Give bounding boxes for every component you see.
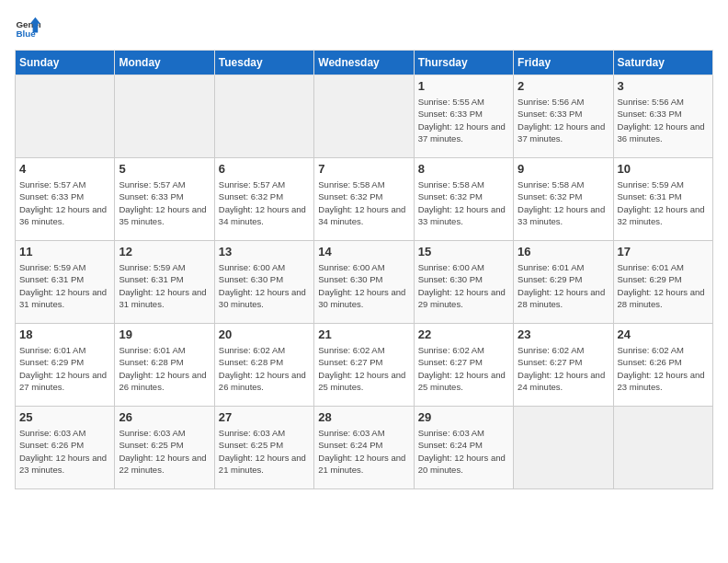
calendar-day-cell: 20 Sunrise: 6:02 AM Sunset: 6:28 PM Dayl… [214,324,313,407]
calendar-day-cell: 15 Sunrise: 6:00 AM Sunset: 6:30 PM Dayl… [414,241,513,324]
calendar-day-cell [115,75,214,158]
day-number: 16 [518,245,609,259]
day-number: 5 [119,162,210,176]
calendar-day-cell: 11 Sunrise: 5:59 AM Sunset: 6:31 PM Dayl… [16,241,115,324]
weekday-header: Sunday [16,51,115,75]
day-info: Sunrise: 5:58 AM Sunset: 6:32 PM Dayligh… [418,178,509,227]
calendar-day-cell: 16 Sunrise: 6:01 AM Sunset: 6:29 PM Dayl… [514,241,613,324]
calendar-day-cell: 27 Sunrise: 6:03 AM Sunset: 6:25 PM Dayl… [214,407,313,489]
calendar-day-cell [214,75,313,158]
day-number: 12 [119,245,210,259]
day-info: Sunrise: 6:03 AM Sunset: 6:26 PM Dayligh… [19,427,110,476]
day-number: 9 [518,162,609,176]
page-header: General Blue [15,15,713,40]
day-info: Sunrise: 6:01 AM Sunset: 6:29 PM Dayligh… [19,344,110,393]
calendar-day-cell: 29 Sunrise: 6:03 AM Sunset: 6:24 PM Dayl… [414,407,513,489]
day-number: 21 [318,327,409,341]
day-number: 27 [219,410,310,424]
day-info: Sunrise: 6:03 AM Sunset: 6:25 PM Dayligh… [219,427,310,476]
day-info: Sunrise: 6:01 AM Sunset: 6:29 PM Dayligh… [518,261,609,310]
day-info: Sunrise: 6:01 AM Sunset: 6:28 PM Dayligh… [119,344,210,393]
day-info: Sunrise: 5:59 AM Sunset: 6:31 PM Dayligh… [19,261,110,310]
day-number: 11 [19,245,110,259]
calendar-day-cell: 17 Sunrise: 6:01 AM Sunset: 6:29 PM Dayl… [613,241,712,324]
calendar-day-cell [514,407,613,489]
day-info: Sunrise: 6:00 AM Sunset: 6:30 PM Dayligh… [318,261,409,310]
weekday-header: Friday [514,51,613,75]
day-number: 26 [119,410,210,424]
day-info: Sunrise: 6:02 AM Sunset: 6:26 PM Dayligh… [618,344,709,393]
calendar-day-cell: 1 Sunrise: 5:55 AM Sunset: 6:33 PM Dayli… [414,75,513,158]
calendar-day-cell: 2 Sunrise: 5:56 AM Sunset: 6:33 PM Dayli… [514,75,613,158]
calendar-day-cell: 25 Sunrise: 6:03 AM Sunset: 6:26 PM Dayl… [16,407,115,489]
day-number: 13 [219,245,310,259]
day-number: 4 [19,162,110,176]
day-info: Sunrise: 6:03 AM Sunset: 6:24 PM Dayligh… [318,427,409,476]
weekday-header: Saturday [613,51,712,75]
day-number: 20 [219,327,310,341]
day-info: Sunrise: 6:01 AM Sunset: 6:29 PM Dayligh… [618,261,709,310]
day-info: Sunrise: 5:58 AM Sunset: 6:32 PM Dayligh… [318,178,409,227]
day-info: Sunrise: 6:02 AM Sunset: 6:28 PM Dayligh… [219,344,310,393]
calendar-day-cell: 4 Sunrise: 5:57 AM Sunset: 6:33 PM Dayli… [16,158,115,241]
calendar-day-cell: 24 Sunrise: 6:02 AM Sunset: 6:26 PM Dayl… [613,324,712,407]
day-info: Sunrise: 5:56 AM Sunset: 6:33 PM Dayligh… [518,96,609,144]
day-info: Sunrise: 6:00 AM Sunset: 6:30 PM Dayligh… [418,261,509,310]
logo: General Blue [15,15,40,40]
weekday-header: Monday [115,51,214,75]
calendar-day-cell: 5 Sunrise: 5:57 AM Sunset: 6:33 PM Dayli… [115,158,214,241]
day-info: Sunrise: 6:02 AM Sunset: 6:27 PM Dayligh… [418,344,509,393]
calendar-table: SundayMondayTuesdayWednesdayThursdayFrid… [15,50,713,489]
calendar-day-cell: 22 Sunrise: 6:02 AM Sunset: 6:27 PM Dayl… [414,324,513,407]
day-info: Sunrise: 6:02 AM Sunset: 6:27 PM Dayligh… [318,344,409,393]
day-info: Sunrise: 6:02 AM Sunset: 6:27 PM Dayligh… [518,344,609,393]
day-number: 2 [518,79,609,93]
calendar-day-cell [16,75,115,158]
calendar-week-row: 1 Sunrise: 5:55 AM Sunset: 6:33 PM Dayli… [16,75,713,158]
calendar-day-cell: 6 Sunrise: 5:57 AM Sunset: 6:32 PM Dayli… [214,158,313,241]
day-info: Sunrise: 6:03 AM Sunset: 6:24 PM Dayligh… [418,427,509,476]
day-info: Sunrise: 5:57 AM Sunset: 6:33 PM Dayligh… [119,178,210,227]
calendar-day-cell: 13 Sunrise: 6:00 AM Sunset: 6:30 PM Dayl… [214,241,313,324]
calendar-day-cell: 19 Sunrise: 6:01 AM Sunset: 6:28 PM Dayl… [115,324,214,407]
day-number: 17 [618,245,709,259]
calendar-day-cell: 9 Sunrise: 5:58 AM Sunset: 6:32 PM Dayli… [514,158,613,241]
day-number: 19 [119,327,210,341]
day-number: 10 [618,162,709,176]
day-info: Sunrise: 5:55 AM Sunset: 6:33 PM Dayligh… [418,96,509,144]
weekday-header: Wednesday [314,51,414,75]
calendar-day-cell: 14 Sunrise: 6:00 AM Sunset: 6:30 PM Dayl… [314,241,414,324]
day-number: 8 [418,162,509,176]
day-number: 24 [618,327,709,341]
weekday-header-row: SundayMondayTuesdayWednesdayThursdayFrid… [16,51,713,75]
day-number: 18 [19,327,110,341]
day-info: Sunrise: 5:57 AM Sunset: 6:32 PM Dayligh… [219,178,310,227]
calendar-day-cell: 23 Sunrise: 6:02 AM Sunset: 6:27 PM Dayl… [514,324,613,407]
calendar-day-cell: 28 Sunrise: 6:03 AM Sunset: 6:24 PM Dayl… [314,407,414,489]
weekday-header: Tuesday [214,51,313,75]
day-number: 28 [318,410,409,424]
day-number: 14 [318,245,409,259]
calendar-day-cell: 21 Sunrise: 6:02 AM Sunset: 6:27 PM Dayl… [314,324,414,407]
calendar-day-cell: 26 Sunrise: 6:03 AM Sunset: 6:25 PM Dayl… [115,407,214,489]
logo-icon: General Blue [15,15,40,40]
day-number: 3 [618,79,709,93]
calendar-week-row: 4 Sunrise: 5:57 AM Sunset: 6:33 PM Dayli… [16,158,713,241]
day-info: Sunrise: 5:59 AM Sunset: 6:31 PM Dayligh… [618,178,709,227]
day-info: Sunrise: 5:56 AM Sunset: 6:33 PM Dayligh… [618,96,709,144]
calendar-day-cell: 8 Sunrise: 5:58 AM Sunset: 6:32 PM Dayli… [414,158,513,241]
day-number: 6 [219,162,310,176]
day-info: Sunrise: 5:57 AM Sunset: 6:33 PM Dayligh… [19,178,110,227]
calendar-day-cell: 12 Sunrise: 5:59 AM Sunset: 6:31 PM Dayl… [115,241,214,324]
day-number: 15 [418,245,509,259]
day-info: Sunrise: 5:59 AM Sunset: 6:31 PM Dayligh… [119,261,210,310]
day-info: Sunrise: 5:58 AM Sunset: 6:32 PM Dayligh… [518,178,609,227]
day-info: Sunrise: 6:03 AM Sunset: 6:25 PM Dayligh… [119,427,210,476]
calendar-day-cell [314,75,414,158]
day-number: 22 [418,327,509,341]
day-number: 29 [418,410,509,424]
day-number: 1 [418,79,509,93]
calendar-day-cell: 7 Sunrise: 5:58 AM Sunset: 6:32 PM Dayli… [314,158,414,241]
calendar-day-cell: 10 Sunrise: 5:59 AM Sunset: 6:31 PM Dayl… [613,158,712,241]
calendar-week-row: 18 Sunrise: 6:01 AM Sunset: 6:29 PM Dayl… [16,324,713,407]
